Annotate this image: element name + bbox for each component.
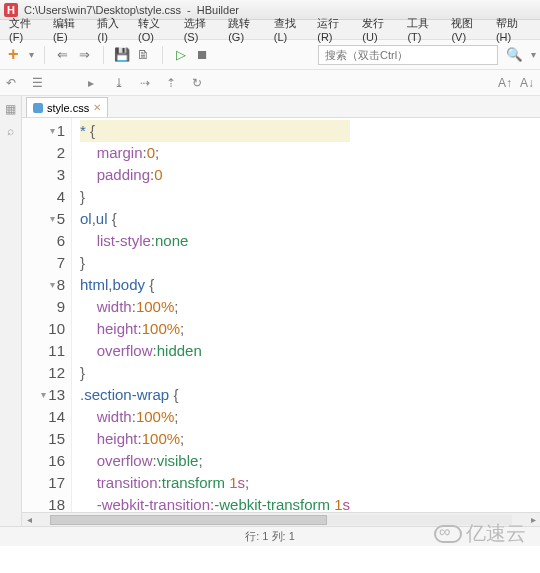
code-line[interactable]: overflow:hidden bbox=[80, 340, 350, 362]
menu-item-11[interactable]: 帮助(H) bbox=[491, 16, 536, 43]
new-button[interactable]: + bbox=[4, 44, 23, 65]
title-sep: - bbox=[187, 4, 191, 16]
code-line[interactable]: width:100%; bbox=[80, 296, 350, 318]
run-icon[interactable]: ▷ bbox=[173, 47, 189, 63]
watermark-text: 亿速云 bbox=[466, 520, 526, 547]
code-line[interactable]: height:100%; bbox=[80, 428, 350, 450]
cursor-position: 行: 1 列: 1 bbox=[245, 529, 295, 544]
code-content[interactable]: * { margin:0; padding:0}ol,ul { list-sty… bbox=[72, 118, 350, 512]
code-line[interactable]: height:100%; bbox=[80, 318, 350, 340]
scroll-left-icon[interactable]: ◂ bbox=[22, 514, 36, 525]
save-icon[interactable]: 💾 bbox=[114, 47, 130, 63]
menu-item-8[interactable]: 发行(U) bbox=[357, 16, 402, 43]
search-group: 🔍 ▾ bbox=[318, 45, 536, 65]
css-file-icon bbox=[33, 103, 43, 113]
code-line[interactable]: transition:transform 1s; bbox=[80, 472, 350, 494]
title-path: C:\Users\win7\Desktop\style.css bbox=[24, 4, 181, 16]
gutter: ▾1234▾567▾89101112▾13141516171819▾2021 bbox=[22, 118, 72, 512]
code-line[interactable]: width:100%; bbox=[80, 406, 350, 428]
gutter-line: ▾1 bbox=[22, 120, 65, 142]
stepout-icon[interactable]: ⇡ bbox=[166, 76, 182, 90]
menu-bar: 文件(F)编辑(E)插入(I)转义(O)选择(S)跳转(G)查找(L)运行(R)… bbox=[0, 20, 540, 40]
font-decrease[interactable]: A↓ bbox=[520, 76, 534, 90]
outline-icon[interactable]: ☰ bbox=[32, 76, 48, 90]
undo-icon[interactable]: ↶ bbox=[6, 76, 22, 90]
gutter-line: 7 bbox=[22, 252, 65, 274]
tab-label: style.css bbox=[47, 102, 89, 114]
scroll-right-icon[interactable]: ▸ bbox=[526, 514, 540, 525]
scroll-thumb[interactable] bbox=[50, 515, 327, 525]
code-line[interactable]: margin:0; bbox=[80, 142, 350, 164]
code-line[interactable]: overflow:visible; bbox=[80, 450, 350, 472]
menu-item-6[interactable]: 查找(L) bbox=[269, 16, 312, 43]
code-line[interactable]: } bbox=[80, 362, 350, 384]
menu-item-5[interactable]: 跳转(G) bbox=[223, 16, 269, 43]
gutter-line: 6 bbox=[22, 230, 65, 252]
tab-style-css[interactable]: style.css ✕ bbox=[26, 97, 108, 117]
gutter-line: ▾8 bbox=[22, 274, 65, 296]
code-line[interactable]: * { bbox=[80, 120, 350, 142]
gutter-line: 14 bbox=[22, 406, 65, 428]
code-editor[interactable]: ▾1234▾567▾89101112▾13141516171819▾2021 *… bbox=[22, 118, 540, 512]
app-icon: H bbox=[4, 3, 18, 17]
editor-tabs: style.css ✕ bbox=[22, 96, 540, 118]
gutter-line: 15 bbox=[22, 428, 65, 450]
code-line[interactable]: padding:0 bbox=[80, 164, 350, 186]
menu-item-0[interactable]: 文件(F) bbox=[4, 16, 48, 43]
back-icon[interactable]: ⇐ bbox=[55, 47, 71, 63]
gutter-line: 4 bbox=[22, 186, 65, 208]
play-icon[interactable]: ▸ bbox=[88, 76, 104, 90]
gutter-line: 10 bbox=[22, 318, 65, 340]
restart-icon[interactable]: ↻ bbox=[192, 76, 208, 90]
menu-item-9[interactable]: 工具(T) bbox=[402, 16, 446, 43]
menu-item-7[interactable]: 运行(R) bbox=[312, 16, 357, 43]
gutter-line: 17 bbox=[22, 472, 65, 494]
menu-item-10[interactable]: 视图(V) bbox=[446, 16, 491, 43]
vertical-tab-bar: ▦ ⌕ bbox=[0, 96, 22, 526]
gutter-line: 12 bbox=[22, 362, 65, 384]
menu-item-2[interactable]: 插入(I) bbox=[92, 16, 133, 43]
stepover-icon[interactable]: ⇢ bbox=[140, 76, 156, 90]
code-line[interactable]: ol,ul { bbox=[80, 208, 350, 230]
new-dropdown-icon[interactable]: ▾ bbox=[29, 49, 34, 60]
menu-item-1[interactable]: 编辑(E) bbox=[48, 16, 93, 43]
title-app: HBuilder bbox=[197, 4, 239, 16]
toolbar-secondary: ↶ ☰ ▸ ⤓ ⇢ ⇡ ↻ A↑ A↓ bbox=[0, 70, 540, 96]
stop-icon[interactable]: ⏹ bbox=[195, 47, 211, 63]
gutter-line: 2 bbox=[22, 142, 65, 164]
code-line[interactable]: html,body { bbox=[80, 274, 350, 296]
gutter-line: 16 bbox=[22, 450, 65, 472]
watermark-logo-icon bbox=[434, 525, 462, 543]
editor-pane: style.css ✕ ▾1234▾567▾89101112▾131415161… bbox=[22, 96, 540, 526]
gutter-line: 18 bbox=[22, 494, 65, 512]
menu-item-4[interactable]: 选择(S) bbox=[179, 16, 224, 43]
search-options-icon[interactable]: ▾ bbox=[531, 49, 536, 60]
step-icon[interactable]: ⤓ bbox=[114, 76, 130, 90]
code-line[interactable]: } bbox=[80, 252, 350, 274]
vtab-explorer-icon[interactable]: ▦ bbox=[5, 102, 16, 116]
gutter-line: ▾5 bbox=[22, 208, 65, 230]
vtab-search-icon[interactable]: ⌕ bbox=[7, 124, 14, 138]
menu-item-3[interactable]: 转义(O) bbox=[133, 16, 179, 43]
code-line[interactable]: } bbox=[80, 186, 350, 208]
search-button[interactable]: 🔍 bbox=[502, 47, 527, 62]
gutter-line: 9 bbox=[22, 296, 65, 318]
search-input[interactable] bbox=[318, 45, 498, 65]
code-line[interactable]: list-style:none bbox=[80, 230, 350, 252]
close-icon[interactable]: ✕ bbox=[93, 102, 101, 113]
code-line[interactable]: .section-wrap { bbox=[80, 384, 350, 406]
toolbar-primary: + ▾ ⇐ ⇒ 💾 🗎 ▷ ⏹ 🔍 ▾ bbox=[0, 40, 540, 70]
code-line[interactable]: -webkit-transition:-webkit-transform 1s bbox=[80, 494, 350, 512]
gutter-line: ▾13 bbox=[22, 384, 65, 406]
forward-icon[interactable]: ⇒ bbox=[77, 47, 93, 63]
main-area: ▦ ⌕ style.css ✕ ▾1234▾567▾89101112▾13141… bbox=[0, 96, 540, 526]
watermark: 亿速云 bbox=[434, 520, 526, 547]
saveall-icon[interactable]: 🗎 bbox=[136, 47, 152, 63]
font-increase[interactable]: A↑ bbox=[498, 76, 512, 90]
gutter-line: 3 bbox=[22, 164, 65, 186]
gutter-line: 11 bbox=[22, 340, 65, 362]
